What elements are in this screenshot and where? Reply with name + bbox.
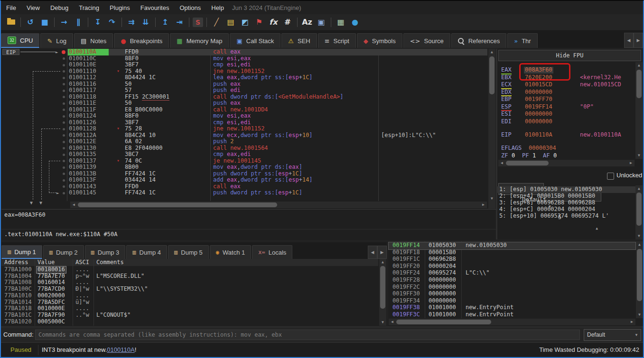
menu-plugins[interactable]: Plugins — [104, 4, 135, 11]
scroll-up-icon[interactable] — [635, 62, 643, 69]
argument-row[interactable]: 1: [esp] 01005030 new.01005030 — [497, 186, 635, 193]
tab-memory-map[interactable]: ▦Memory Map — [170, 33, 229, 48]
register-row[interactable]: ESP0019FF14"0P" — [497, 104, 635, 111]
disasm-horizontal-scrollbar[interactable] — [70, 202, 487, 208]
disasm-row[interactable]: 0100112A8B4C24 10mov ecx,dword ptr ss:[e… — [1, 132, 488, 139]
breakpoint-address-link[interactable]: 0100110A — [107, 346, 134, 353]
stack-row[interactable]: 0019FF1C006962B8 — [389, 256, 635, 263]
stack-row[interactable]: 0019FF2C00000000 — [389, 284, 635, 291]
argument-row[interactable]: 4: [esp+C] 00000204 00000204 — [499, 206, 595, 213]
row-dot[interactable] — [63, 154, 65, 156]
disasm-row[interactable]: 0100111FE8 B00C0000call new.1001DD4 — [1, 107, 488, 113]
tab-dump-5[interactable]: ▥Dump 5 — [168, 245, 209, 259]
run-to-selection-button[interactable]: ⇉ — [125, 17, 138, 28]
menu-options[interactable]: Options — [174, 4, 206, 11]
scroll-up-icon[interactable] — [488, 49, 495, 55]
scrollbar-thumb[interactable] — [636, 193, 642, 226]
patches-button[interactable]: ╱ — [210, 17, 223, 28]
tab-scroll-right-icon[interactable] — [634, 33, 643, 48]
stack-horizontal-scrollbar[interactable] — [389, 319, 635, 325]
row-dot[interactable] — [63, 57, 65, 60]
stack-pane[interactable]: 0019FF1401005030new.010050300019FF180000… — [388, 241, 643, 326]
disasm-row[interactable]: 01001118FF15 2C300001call dword ptr ds:[… — [1, 94, 488, 101]
registers-vertical-scrollbar[interactable] — [635, 62, 643, 159]
row-dot[interactable] — [63, 147, 65, 149]
row-dot[interactable] — [63, 179, 65, 182]
scrollbar-thumb[interactable] — [636, 70, 642, 98]
functions-button[interactable]: fx — [267, 17, 280, 28]
labels-button[interactable]: ◩ — [239, 17, 251, 28]
scroll-up-icon[interactable] — [635, 185, 643, 192]
scrollbar-thumb[interactable] — [506, 161, 549, 165]
row-dot[interactable] — [63, 185, 65, 188]
spin-up-icon[interactable] — [596, 223, 598, 234]
tab-dump-4[interactable]: ▥Dump 4 — [126, 245, 167, 259]
tab-references[interactable]: References — [451, 33, 506, 48]
row-dot[interactable] — [63, 166, 65, 169]
menu-view[interactable]: View — [21, 4, 45, 11]
disasm-row[interactable]: 010011128D4424 1Clea eax,dword ptr ss:[e… — [1, 74, 488, 81]
tab-scroll-right-icon[interactable] — [377, 246, 387, 259]
dump-row[interactable]: 77BA100800160014.... — [1, 279, 378, 286]
comments-button[interactable]: ▤ — [224, 17, 237, 28]
scroll-up-icon[interactable] — [636, 241, 643, 248]
tab-seh[interactable]: ⚠SEH — [281, 33, 317, 48]
tab-breakpoints[interactable]: ●Breakpoints — [114, 33, 169, 48]
dump-row[interactable]: 77BA101C77BA7F90..°wL"CONOUT$" — [1, 312, 378, 319]
tab-script[interactable]: ≡Script — [318, 33, 356, 48]
stack-row[interactable]: 0019FF3400000000 — [389, 298, 635, 305]
row-dot[interactable] — [63, 192, 65, 194]
step-into-button[interactable]: ↧ — [92, 17, 104, 28]
disasm-row[interactable]: 010011263BF7cmp esi,edi — [1, 119, 488, 126]
disasm-row[interactable]: 010011398B00mov eax,dword ptr ds:[eax] — [1, 164, 488, 171]
argument-row[interactable]: 3: [esp+8] 006962B8 006962B8 — [499, 200, 595, 206]
scrollbar-thumb[interactable] — [396, 320, 491, 324]
tab-log[interactable]: ✎Log — [40, 33, 73, 48]
row-dot[interactable] — [63, 90, 65, 92]
tab-dump-1[interactable]: ▥Dump 1 — [1, 245, 42, 259]
dump-vertical-scrollbar[interactable] — [379, 259, 386, 326]
command-input[interactable] — [35, 330, 580, 340]
tab-scroll-left-icon[interactable] — [624, 33, 634, 48]
dump-pane[interactable]: AddressValueASCIComments 77BA10000018001… — [1, 259, 387, 326]
dump-row[interactable]: 77BA101477BA5DFCü]°w — [1, 299, 378, 306]
scrollbar-thumb[interactable] — [489, 56, 495, 94]
argument-row[interactable]: 5: [esp+10] 00695274 00695274 L' — [499, 213, 609, 220]
disasm-row[interactable]: 0100110E3BF7cmp esi,edi — [1, 62, 488, 68]
register-row[interactable]: EFLAGS00000304 — [497, 145, 635, 152]
run-button[interactable]: → — [58, 17, 70, 28]
registers-pane[interactable]: Hide FPU EAX008A3F60EBX7620E200<kernel32… — [497, 49, 643, 239]
bookmarks-button[interactable]: ⚑ — [253, 17, 265, 28]
dump-row[interactable]: 77BA101000020000.... — [1, 293, 378, 299]
tab-cpu[interactable]: 32CPU — [1, 33, 39, 48]
stack-row[interactable]: 0019FF2400695274L"C:\\" — [389, 270, 635, 277]
row-dot[interactable] — [63, 121, 65, 124]
tab-notes[interactable]: ▤Notes — [74, 33, 113, 48]
restart-button[interactable]: ↺ — [24, 17, 37, 28]
disasm-row[interactable]: 0100113BFF7424 1Cpush dword ptr ss:[esp+… — [1, 171, 488, 177]
stack-row[interactable]: 0019FF3C01001000new.EntrvPoint — [389, 312, 635, 319]
stack-row[interactable]: 0019FF3801001000new.EntryPoint — [389, 304, 635, 312]
disasm-row[interactable]: 010011248BF0mov esi,eax — [1, 113, 488, 119]
tab-threads[interactable]: »Thr — [507, 33, 537, 48]
command-profile-select[interactable]: Default — [584, 329, 641, 341]
disasm-row[interactable]: 01001143FFD0call eax — [1, 184, 488, 190]
scroll-up-icon[interactable] — [379, 259, 386, 266]
register-row[interactable]: EDI00000000 — [497, 119, 635, 126]
stack-row[interactable]: 0019FF2800000000 — [389, 277, 635, 284]
tab-scroll-left-icon[interactable] — [368, 246, 377, 259]
disasm-row[interactable]: 0100113F034424 14add eax,dword ptr ss:[e… — [1, 177, 488, 184]
stack-row[interactable]: 0019FF3000000000 — [389, 291, 635, 298]
tab-watch-1[interactable]: ◉Watch 1 — [210, 245, 251, 259]
execute-till-return-button[interactable]: ↥ — [159, 17, 171, 28]
stop-debugging-button[interactable]: ■ — [38, 17, 51, 28]
hide-fpu-button[interactable]: Hide FPU — [498, 50, 641, 61]
row-dot[interactable] — [63, 70, 65, 73]
disasm-row[interactable]: 010011353BC7cmp eax,edi — [1, 151, 488, 158]
trace-record-button[interactable]: # — [281, 17, 294, 28]
disasm-row[interactable]: 0100111075 40jne new.1001152 — [1, 68, 488, 75]
scroll-down-icon[interactable] — [636, 312, 643, 318]
tab-call-stack[interactable]: ▣Call Stack — [230, 33, 280, 48]
scroll-down-icon[interactable] — [379, 319, 386, 326]
scroll-left-icon[interactable] — [389, 319, 396, 325]
